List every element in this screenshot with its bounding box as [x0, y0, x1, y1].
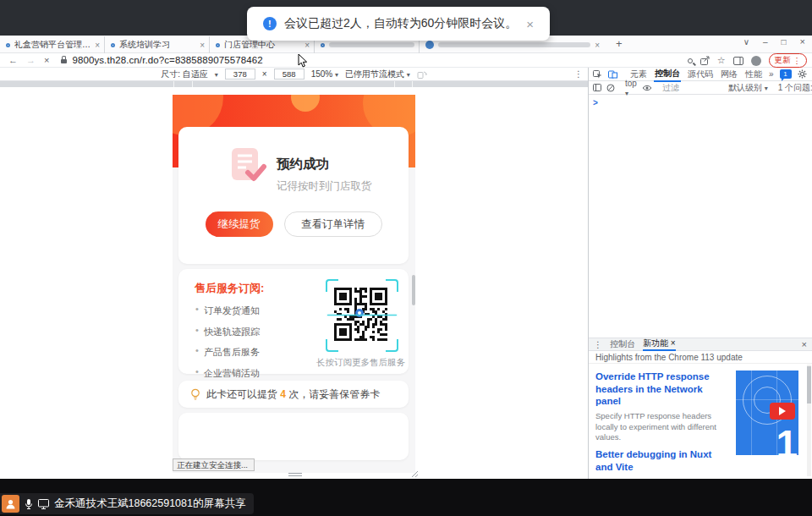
console-toolbar: top 默认级别 1 个问题:1: [589, 81, 812, 95]
presenter-avatar-icon: [2, 495, 19, 513]
toast-close-icon[interactable]: [526, 17, 534, 31]
device-toolbar: 尺寸: 自适应 × 150% 已停用节流模式: [0, 68, 588, 81]
subscribe-title: 售后服务订阅:: [195, 281, 264, 296]
tab-close-icon[interactable]: [95, 41, 100, 50]
address-bar-actions: 更新: [688, 53, 807, 68]
forward-icon[interactable]: [26, 55, 36, 65]
share-text: 金禾通技术王斌18662591081的屏幕共享: [54, 497, 245, 511]
minimize-button[interactable]: [763, 37, 768, 47]
success-card: 预约成功 记得按时到门店取货 继续提货 查看订单详情: [178, 127, 409, 264]
whatsnew-link[interactable]: Override HTTP response headers in the Ne…: [595, 371, 724, 408]
menu-kebab-icon: [793, 56, 802, 65]
obscured-tab-title: [438, 42, 590, 47]
console-prompt-icon: >: [593, 98, 598, 107]
tab-training[interactable]: 系统培训学习: [107, 36, 210, 53]
tab-close-icon[interactable]: [200, 41, 205, 50]
site-favicon: [425, 41, 434, 49]
screen-share-icon: [38, 499, 49, 509]
bulb-icon: [190, 388, 200, 401]
tab-network[interactable]: 网络: [720, 68, 738, 81]
view-order-button[interactable]: 查看订单详情: [284, 211, 382, 237]
site-favicon: [216, 43, 220, 47]
list-item: 订单发货通知: [195, 305, 260, 317]
console-log-area[interactable]: >: [589, 95, 812, 338]
whatsnew-body: Override HTTP response headers in the Ne…: [589, 364, 812, 479]
drawer-tab-console[interactable]: 控制台: [610, 338, 635, 350]
profile-avatar[interactable]: [751, 56, 761, 66]
dock-side-icon[interactable]: [593, 84, 601, 91]
update-chrome-button[interactable]: 更新: [769, 53, 808, 68]
inspect-icon[interactable]: [593, 70, 602, 79]
share-icon[interactable]: [700, 56, 710, 65]
search-icon[interactable]: [688, 58, 693, 63]
device-toolbar-menu-icon[interactable]: [574, 69, 583, 79]
window-controls: [743, 36, 805, 47]
device-viewport: 预约成功 记得按时到门店取货 继续提货 查看订单详情 售后服务订阅: 订单发货通…: [173, 88, 415, 473]
maximize-button[interactable]: [782, 37, 787, 47]
subscribe-card: 售后服务订阅: 订单发货通知 快递轨迹跟踪 产品售后服务 企业营销活动 长按订阅…: [178, 269, 409, 374]
tab-close-icon[interactable]: [304, 41, 310, 50]
drawer-tab-whatsnew[interactable]: 新功能: [643, 338, 676, 351]
microphone-icon: [25, 498, 33, 510]
obscured-tab-title: [329, 42, 414, 47]
site-favicon: [6, 43, 10, 47]
site-favicon: [321, 43, 325, 47]
more-tabs-icon[interactable]: [769, 69, 774, 79]
messages-badge[interactable]: 1: [780, 69, 792, 79]
success-title: 预约成功: [277, 156, 372, 173]
clear-console-icon[interactable]: [606, 84, 615, 92]
lock-icon[interactable]: [61, 59, 67, 63]
device-toolbar-toggle-icon[interactable]: [608, 70, 617, 79]
qr-code[interactable]: [326, 279, 398, 352]
screen-share-indicator[interactable]: 金禾通技术王斌18662591081的屏幕共享: [0, 493, 254, 514]
drawer-scrollbar[interactable]: [807, 365, 811, 476]
page-scrollbar-thumb[interactable]: [412, 275, 415, 305]
pickup-tip-card: 此卡还可以提货 4 次，请妥善保管券卡: [178, 381, 409, 408]
tab-close-icon[interactable]: [595, 41, 600, 50]
gear-icon[interactable]: [798, 69, 807, 79]
drawer-tab-bar: 控制台 新功能: [589, 338, 812, 351]
log-levels-select[interactable]: 默认级别: [728, 82, 768, 94]
list-item: 快递轨迹跟踪: [195, 326, 260, 338]
tab-title: 礼盒营销平台管理中心: [14, 39, 91, 51]
back-icon[interactable]: [8, 55, 18, 65]
tab-console[interactable]: 控制台: [654, 67, 681, 82]
devtools-drawer: 控制台 新功能 Highlights from the Chrome 113 u…: [589, 338, 812, 479]
play-button-icon[interactable]: [770, 403, 795, 420]
page-area: 预约成功 记得按时到门店取货 继续提货 查看订单详情 售后服务订阅: 订单发货通…: [0, 87, 588, 479]
whatsnew-desc: Specify HTTP response headers locally to…: [595, 411, 722, 442]
throttle-select[interactable]: 已停用节流模式: [345, 69, 410, 80]
viewport-top-strip: [173, 88, 415, 95]
close-window-button[interactable]: [800, 36, 805, 47]
bookmark-star-icon[interactable]: [717, 55, 726, 66]
chevron-down-icon[interactable]: [215, 69, 218, 79]
continue-pickup-button[interactable]: 继续提货: [206, 211, 273, 237]
viewport-height-input[interactable]: [274, 69, 304, 80]
pickup-tip-text: 此卡还可以提货 4 次，请妥善保管券卡: [206, 387, 380, 402]
close-drawer-icon[interactable]: [802, 339, 807, 349]
stop-loading-icon[interactable]: [44, 55, 49, 65]
viewport-resize-handle[interactable]: [288, 473, 302, 478]
meeting-toast: ! 会议已超过2人，自动转为60分钟限时会议。: [247, 7, 550, 41]
whatsnew-video-thumbnail[interactable]: 1: [736, 371, 798, 455]
tab-search-icon[interactable]: [743, 37, 749, 47]
screen: 礼盒营销平台管理中心 系统培训学习 门店管理中心: [0, 0, 812, 516]
qr-scan-line: [327, 315, 397, 316]
viewport-width-input[interactable]: [225, 69, 255, 80]
tab-gift-admin[interactable]: 礼盒营销平台管理中心: [2, 36, 105, 53]
console-filter-input[interactable]: [662, 83, 723, 92]
eye-icon[interactable]: [642, 85, 652, 91]
url-text[interactable]: 9800ys.th28.cn/r.do?c=8385889075578462: [72, 55, 262, 65]
side-panel-icon[interactable]: [733, 57, 743, 65]
address-bar: 9800ys.th28.cn/r.do?c=8385889075578462 更…: [0, 53, 812, 68]
whatsnew-link[interactable]: Better debugging in Nuxt and Vite: [595, 448, 724, 473]
tab-sources[interactable]: 源代码: [687, 68, 714, 81]
drawer-menu-icon[interactable]: [594, 340, 602, 349]
qr-caption: 长按订阅更多售后服务: [316, 357, 405, 369]
issues-counter[interactable]: 1 个问题:1: [778, 82, 812, 94]
tab-performance[interactable]: 性能: [744, 68, 763, 81]
rotate-icon[interactable]: [417, 70, 427, 79]
zoom-select[interactable]: 150%: [311, 69, 338, 79]
new-tab-button[interactable]: [616, 37, 623, 50]
corner-resize-handle[interactable]: [410, 469, 419, 478]
